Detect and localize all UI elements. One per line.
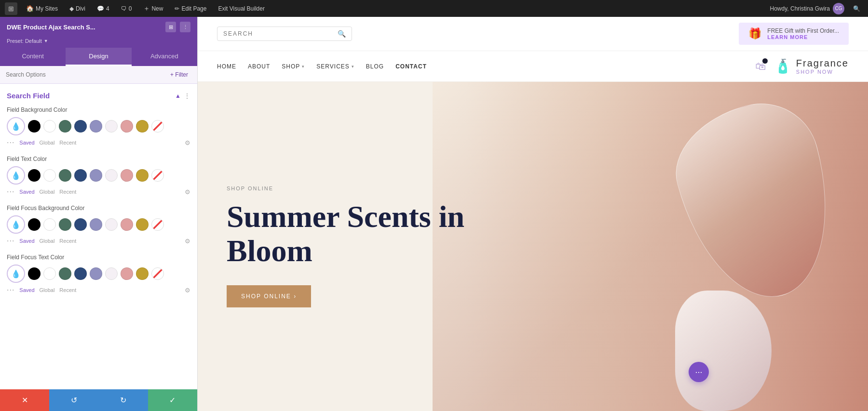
color-tab-global-3[interactable]: Global xyxy=(40,238,55,244)
color-swatch-black-2[interactable] xyxy=(28,169,41,182)
preset-label[interactable]: Preset: Default xyxy=(7,38,42,44)
color-settings-icon-4[interactable]: ⚙ xyxy=(185,287,190,294)
color-swatch-light[interactable] xyxy=(105,120,118,133)
color-tab-saved-3[interactable]: Saved xyxy=(19,238,34,244)
hero-cta-button[interactable]: SHOP ONLINE › xyxy=(227,285,311,307)
color-tab-recent-3[interactable]: Recent xyxy=(59,238,76,244)
filter-button[interactable]: + Filter xyxy=(167,70,191,80)
color-swatch-white-4[interactable] xyxy=(43,267,56,280)
fragrance-shop-link[interactable]: SHOP NOW xyxy=(796,69,849,75)
nav-item-shop[interactable]: SHOP ▾ xyxy=(282,63,305,70)
color-swatch-gold[interactable] xyxy=(136,120,149,133)
color-dots-2[interactable]: ··· xyxy=(7,187,14,196)
color-swatch-green-2[interactable] xyxy=(59,169,71,182)
color-swatch-lavender-2[interactable] xyxy=(90,169,102,182)
nav-item-services[interactable]: SERVICES ▾ xyxy=(316,63,354,70)
exit-visual-builder-button[interactable]: Exit Visual Builder xyxy=(215,3,268,14)
tab-design[interactable]: Design xyxy=(66,48,131,66)
cart-icon[interactable]: 🛍 xyxy=(755,60,766,73)
search-options-input[interactable] xyxy=(6,71,163,78)
color-tab-recent-1[interactable]: Recent xyxy=(59,140,76,146)
wp-logo-icon[interactable]: ⊞ xyxy=(5,2,17,15)
color-swatch-black[interactable] xyxy=(28,120,41,133)
focus-bg-eyedropper[interactable]: 💧 xyxy=(7,215,25,234)
color-swatch-lavender-4[interactable] xyxy=(90,267,102,280)
cancel-button[interactable]: ✕ xyxy=(0,389,49,411)
color-swatch-gold-4[interactable] xyxy=(136,267,149,280)
color-swatch-green-4[interactable] xyxy=(59,267,71,280)
edit-page-button[interactable]: ✏ Edit Page xyxy=(172,3,209,14)
color-swatch-gold-2[interactable] xyxy=(136,169,149,182)
comments-count-menu[interactable]: 🗨 0 xyxy=(118,3,135,14)
color-tab-saved-1[interactable]: Saved xyxy=(19,140,34,146)
tab-advanced[interactable]: Advanced xyxy=(132,48,197,66)
color-swatch-green[interactable] xyxy=(59,120,71,133)
color-settings-icon-3[interactable]: ⚙ xyxy=(185,238,190,245)
color-tab-recent-4[interactable]: Recent xyxy=(59,287,76,293)
color-swatch-navy-4[interactable] xyxy=(74,267,87,280)
color-tab-recent-2[interactable]: Recent xyxy=(59,189,76,195)
color-swatch-black-4[interactable] xyxy=(28,267,41,280)
save-button[interactable]: ✓ xyxy=(148,389,197,411)
color-swatch-lavender[interactable] xyxy=(90,120,102,133)
undo-button[interactable]: ↺ xyxy=(49,389,98,411)
admin-search-button[interactable]: 🔍 xyxy=(850,3,863,14)
color-tab-global-2[interactable]: Global xyxy=(40,189,55,195)
section-collapse-icon[interactable]: ▲ xyxy=(175,93,181,99)
fragrance-promo[interactable]: 🧴 Fragrance SHOP NOW xyxy=(774,58,849,75)
color-tab-global-4[interactable]: Global xyxy=(40,287,55,293)
color-swatch-none-3[interactable] xyxy=(151,218,164,231)
color-dots-1[interactable]: ··· xyxy=(7,138,14,147)
color-swatch-navy-3[interactable] xyxy=(74,218,87,231)
site-search-bar[interactable]: 🔍 xyxy=(217,27,352,41)
color-swatch-white-2[interactable] xyxy=(43,169,56,182)
color-swatch-gold-3[interactable] xyxy=(136,218,149,231)
text-color-eyedropper[interactable]: 💧 xyxy=(7,166,25,185)
nav-item-about[interactable]: ABOUT xyxy=(248,63,270,70)
color-swatch-light-4[interactable] xyxy=(105,267,118,280)
nav-item-blog[interactable]: BLOG xyxy=(366,63,384,70)
color-swatch-green-3[interactable] xyxy=(59,218,71,231)
color-swatch-none-4[interactable] xyxy=(151,267,164,280)
color-swatch-white-3[interactable] xyxy=(43,218,56,231)
color-dots-3[interactable]: ··· xyxy=(7,237,14,245)
color-settings-icon-1[interactable]: ⚙ xyxy=(185,139,190,146)
color-dots-4[interactable]: ··· xyxy=(7,286,14,294)
color-swatch-lavender-3[interactable] xyxy=(90,218,102,231)
site-header: 🔍 🎁 FREE Gift with First Order... LEARN … xyxy=(198,17,868,51)
color-tab-saved-4[interactable]: Saved xyxy=(19,287,34,293)
color-swatch-navy-2[interactable] xyxy=(74,169,87,182)
field-bg-color-row: 💧 xyxy=(7,117,190,135)
comments-menu[interactable]: 💬 4 xyxy=(94,3,112,14)
section-more-icon[interactable]: ⋮ xyxy=(184,92,190,100)
color-tab-global-1[interactable]: Global xyxy=(40,140,55,146)
more-options-icon[interactable]: ⋮ xyxy=(180,22,190,32)
tab-content[interactable]: Content xyxy=(0,48,66,66)
redo-button[interactable]: ↻ xyxy=(99,389,148,411)
promo-link[interactable]: LEARN MORE xyxy=(767,34,839,40)
color-swatch-none-2[interactable] xyxy=(151,169,164,182)
color-swatch-navy[interactable] xyxy=(74,120,87,133)
responsive-icon[interactable]: ⊞ xyxy=(165,22,176,32)
color-swatch-light-3[interactable] xyxy=(105,218,118,231)
my-sites-menu[interactable]: 🏠 My Sites xyxy=(23,3,61,14)
divi-menu[interactable]: ◆ Divi xyxy=(67,3,88,14)
color-swatch-pink-2[interactable] xyxy=(121,169,133,182)
user-menu[interactable]: Howdy, Christina Gwira CG xyxy=(770,3,844,14)
color-swatch-none[interactable] xyxy=(151,120,164,133)
color-swatch-pink-4[interactable] xyxy=(121,267,133,280)
color-swatch-pink-3[interactable] xyxy=(121,218,133,231)
color-swatch-pink[interactable] xyxy=(121,120,133,133)
focus-text-eyedropper[interactable]: 💧 xyxy=(7,265,25,283)
bg-color-eyedropper[interactable]: 💧 xyxy=(7,117,25,135)
nav-item-home[interactable]: HOME xyxy=(217,63,236,70)
color-swatch-black-3[interactable] xyxy=(28,218,41,231)
color-swatch-light-2[interactable] xyxy=(105,169,118,182)
new-menu[interactable]: ＋ New xyxy=(140,2,166,15)
color-swatch-white[interactable] xyxy=(43,120,56,133)
nav-item-contact[interactable]: CONTACT xyxy=(395,63,427,70)
site-search-input[interactable] xyxy=(223,30,334,37)
color-tab-saved-2[interactable]: Saved xyxy=(19,189,34,195)
float-action-button[interactable]: ··· xyxy=(689,362,709,382)
color-settings-icon-2[interactable]: ⚙ xyxy=(185,188,190,196)
